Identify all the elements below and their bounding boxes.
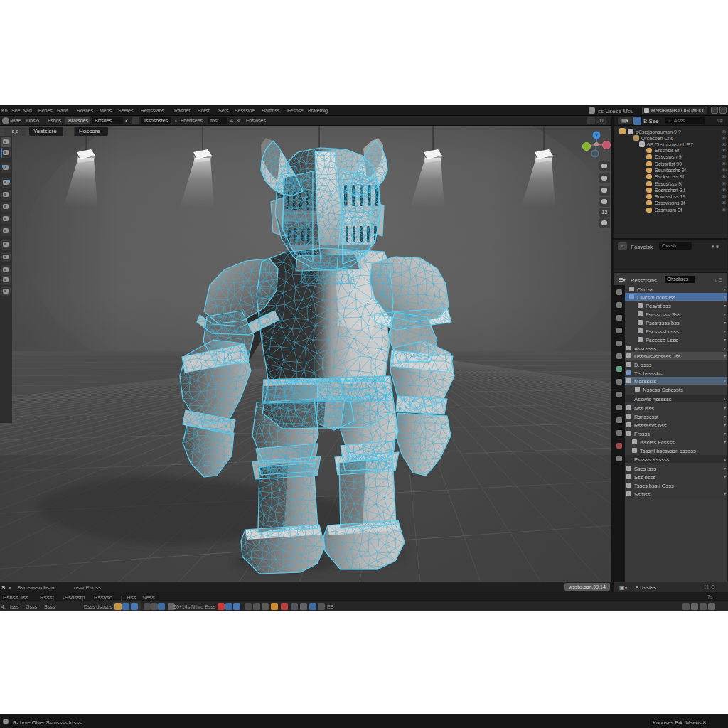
svg-text:Y: Y	[595, 133, 599, 138]
